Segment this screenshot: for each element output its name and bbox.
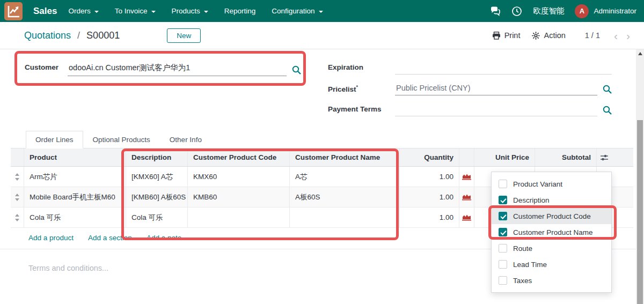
col-product[interactable]: Product xyxy=(24,149,126,166)
col-quantity[interactable]: Quantity xyxy=(400,149,459,166)
forecast-chart-icon xyxy=(462,214,471,221)
cell-code[interactable]: KMX60 xyxy=(188,167,290,187)
menu-to-invoice-label: To Invoice xyxy=(115,7,148,15)
company-name[interactable]: 欧度智能 xyxy=(533,6,564,16)
cell-code[interactable] xyxy=(188,207,290,227)
search-icon[interactable] xyxy=(292,65,301,75)
forecast-cell[interactable] xyxy=(459,167,474,187)
control-panel-right: Print Action xyxy=(492,30,630,41)
forecast-chart-icon xyxy=(462,173,471,180)
cell-product[interactable]: Mobile Board手机主板M60 xyxy=(24,187,126,207)
messages-icon[interactable] xyxy=(490,6,501,17)
row-cell-handle[interactable] xyxy=(11,187,24,207)
pager: ‹ › xyxy=(614,30,630,41)
checkbox-customer-product-name[interactable] xyxy=(499,228,507,236)
topbar-right: 欧度智能 A Administrator xyxy=(490,4,636,18)
forecast-cell[interactable] xyxy=(459,207,474,227)
cell-description[interactable]: Cola 可乐 xyxy=(126,207,188,227)
checkbox-customer-product-code[interactable] xyxy=(499,212,507,220)
cell-code[interactable]: KMB60 xyxy=(188,187,290,207)
col-description[interactable]: Description xyxy=(126,149,188,166)
dropdown-item-label: Customer Product Code xyxy=(513,212,591,220)
control-panel: Quotations / S00001 New Print xyxy=(0,22,644,49)
cell-description[interactable]: [KMX60] A芯 xyxy=(126,167,188,187)
optional-columns-dropdown: Product Variant Description Customer Pro… xyxy=(491,172,612,293)
tab-order-lines[interactable]: Order Lines xyxy=(26,131,83,149)
cell-name[interactable] xyxy=(290,207,400,227)
menu-configuration[interactable]: Configuration xyxy=(264,0,331,22)
breadcrumb-quotations-link[interactable]: Quotations xyxy=(24,30,71,41)
search-icon[interactable] xyxy=(603,85,612,94)
drag-handle-icon xyxy=(14,194,20,201)
breadcrumb-record: S00001 xyxy=(86,30,120,41)
menu-orders[interactable]: Orders xyxy=(60,0,106,22)
payment-terms-label: Payment Terms xyxy=(328,103,395,113)
checkbox-product-variant[interactable] xyxy=(499,180,507,188)
add-note-link[interactable]: Add a note xyxy=(147,234,181,242)
pricelist-marker: * xyxy=(356,84,358,90)
cell-name[interactable]: A芯 xyxy=(290,167,400,187)
customer-input[interactable]: odooAi.cn Customer测试客户华为1 xyxy=(68,62,287,76)
chevron-down-icon xyxy=(94,11,99,13)
checkbox-route[interactable] xyxy=(499,244,507,253)
col-subtotal[interactable]: Subtotal xyxy=(535,149,597,166)
menu-products[interactable]: Products xyxy=(164,0,216,22)
row-cell-handle[interactable] xyxy=(11,167,24,187)
cell-name[interactable]: A板60S xyxy=(290,187,400,207)
payment-terms-field xyxy=(395,103,612,116)
dropdown-item-description[interactable]: Description xyxy=(492,192,611,208)
dropdown-item-customer-product-name[interactable]: Customer Product Name xyxy=(492,224,611,240)
user-menu[interactable]: A Administrator xyxy=(575,4,636,18)
cell-quantity[interactable]: 1.00 xyxy=(400,167,459,187)
handle-column-header xyxy=(11,149,24,166)
print-button[interactable]: Print xyxy=(492,31,521,40)
tab-other-info[interactable]: Other Info xyxy=(160,131,211,149)
pager-prev-icon[interactable]: ‹ xyxy=(614,30,618,41)
forecast-cell[interactable] xyxy=(459,187,474,207)
checkbox-lead-time[interactable] xyxy=(499,260,507,269)
payment-terms-input[interactable] xyxy=(395,103,597,116)
tab-optional-products[interactable]: Optional Products xyxy=(83,131,160,149)
dropdown-item-lead-time[interactable]: Lead Time xyxy=(492,256,611,272)
action-button[interactable]: Action xyxy=(532,31,565,40)
add-product-link[interactable]: Add a product xyxy=(28,234,74,242)
col-customer-product-name[interactable]: Customer Product Name xyxy=(290,149,400,166)
pricelist-input[interactable]: Public Pricelist (CNY) xyxy=(395,83,597,95)
vertical-scrollbar[interactable] xyxy=(636,49,644,304)
checkbox-taxes[interactable] xyxy=(499,276,507,285)
expiration-field xyxy=(395,62,612,75)
dropdown-item-route[interactable]: Route xyxy=(492,240,611,256)
sales-app-icon[interactable] xyxy=(4,2,23,20)
menu-reporting[interactable]: Reporting xyxy=(216,0,264,22)
add-section-link[interactable]: Add a section xyxy=(88,234,132,242)
pricelist-field: Public Pricelist (CNY) xyxy=(395,83,612,95)
dropdown-item-label: Customer Product Name xyxy=(513,228,593,236)
app-name[interactable]: Sales xyxy=(33,6,57,17)
col-unit-price[interactable]: Unit Price xyxy=(474,149,535,166)
new-button[interactable]: New xyxy=(167,28,201,43)
activities-clock-icon[interactable] xyxy=(511,6,522,17)
search-icon[interactable] xyxy=(603,106,612,115)
checkbox-description[interactable] xyxy=(499,196,507,204)
dropdown-item-taxes[interactable]: Taxes xyxy=(492,272,611,288)
pricelist-field-row: Pricelist* Public Pricelist (CNY) xyxy=(328,83,612,95)
forecast-chart-icon xyxy=(462,194,471,201)
expiration-input[interactable] xyxy=(395,62,612,75)
dropdown-item-product-variant[interactable]: Product Variant xyxy=(492,176,611,192)
dropdown-item-label: Product Variant xyxy=(513,180,562,188)
pager-next-icon[interactable]: › xyxy=(626,30,630,41)
cell-product[interactable]: Arm芯片 xyxy=(24,167,126,187)
scrollbar-up-arrow-icon[interactable] xyxy=(638,52,642,55)
cell-description[interactable]: [KMB60] A板60S xyxy=(126,187,188,207)
cell-product[interactable]: Cola 可乐 xyxy=(24,207,126,227)
cell-quantity[interactable]: 1.00 xyxy=(400,207,459,227)
col-customer-product-code[interactable]: Customer Product Code xyxy=(188,149,290,166)
chevron-down-icon xyxy=(151,11,156,13)
dropdown-item-customer-product-code[interactable]: Customer Product Code xyxy=(492,208,611,224)
optional-columns-toggle[interactable] xyxy=(597,149,612,166)
notebook-tabs: Order Lines Optional Products Other Info xyxy=(11,131,633,149)
menu-to-invoice[interactable]: To Invoice xyxy=(107,0,164,22)
scrollbar-thumb[interactable] xyxy=(637,120,643,304)
row-cell-handle[interactable] xyxy=(11,207,24,227)
cell-quantity[interactable]: 1.00 xyxy=(400,187,459,207)
